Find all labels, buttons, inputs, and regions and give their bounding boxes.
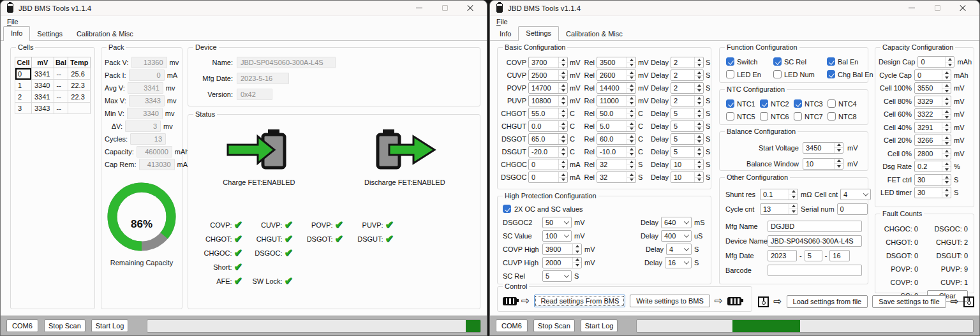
ntc3-checkbox[interactable] <box>794 99 802 108</box>
spin-up-icon[interactable] <box>559 121 567 127</box>
minimize-button[interactable] <box>406 1 432 15</box>
cell-cnt-select[interactable]: 4 <box>840 189 871 200</box>
spin-up-icon[interactable] <box>695 57 703 63</box>
value-input[interactable]: 2500 <box>528 69 568 81</box>
spin-down-icon[interactable] <box>946 62 954 68</box>
spin-down-icon[interactable] <box>695 127 703 132</box>
sc-value-select[interactable]: 100 <box>542 230 572 242</box>
spin-down-icon[interactable] <box>942 167 951 172</box>
led-en-checkbox[interactable] <box>726 70 734 78</box>
cell-mv[interactable]: 3341 <box>31 91 54 103</box>
spin-down-icon[interactable] <box>695 165 703 170</box>
spin-up-icon[interactable] <box>942 122 951 128</box>
delay-input[interactable]: 5 <box>671 108 704 119</box>
cuvp-high-delay-select[interactable]: 16 <box>665 257 692 268</box>
delay-input[interactable]: 5 <box>671 146 704 157</box>
switch-checkbox[interactable] <box>726 57 734 66</box>
release-input[interactable]: -10.0 <box>597 146 636 157</box>
delay-input[interactable]: 2 <box>671 69 704 81</box>
cell-0-input[interactable]: 2800 <box>914 148 951 159</box>
menu-file[interactable]: File <box>493 17 512 26</box>
spin-up-icon[interactable] <box>559 134 567 140</box>
load-settings-button[interactable]: Load settings from file <box>787 295 868 308</box>
cell-id[interactable]: 3 <box>15 103 32 114</box>
covp-high-input[interactable]: 3900 <box>542 244 582 255</box>
spin-up-icon[interactable] <box>559 70 567 76</box>
tab-calibration[interactable]: Calibration & Misc <box>559 27 630 40</box>
spin-up-icon[interactable] <box>627 108 635 114</box>
spin-down-icon[interactable] <box>695 178 703 183</box>
ntc1-checkbox[interactable] <box>726 99 734 108</box>
value-input[interactable]: -20.0 <box>528 146 568 157</box>
balance-window-input[interactable]: 10 <box>803 158 843 170</box>
spin-down-icon[interactable] <box>942 141 951 146</box>
spin-up-icon[interactable] <box>695 134 703 140</box>
ntc2-checkbox[interactable] <box>760 99 768 108</box>
spin-down-icon[interactable] <box>573 249 581 254</box>
cell-id[interactable]: 1 <box>15 80 32 91</box>
spin-up-icon[interactable] <box>695 83 703 89</box>
start-log-button[interactable]: Start Log <box>91 319 129 332</box>
spin-down-icon[interactable] <box>559 127 567 132</box>
spin-up-icon[interactable] <box>559 159 567 165</box>
release-input[interactable]: 14400 <box>597 82 636 94</box>
spin-up-icon[interactable] <box>942 187 951 193</box>
device-name-input[interactable]: JBD-SP04S060-300A-L4S <box>768 235 862 247</box>
spin-down-icon[interactable] <box>559 114 567 119</box>
delay-input[interactable]: 5 <box>671 121 704 132</box>
tab-calibration[interactable]: Calibration & Misc <box>70 27 140 40</box>
cell-id[interactable]: 0 <box>15 68 32 80</box>
spin-up-icon[interactable] <box>695 70 703 76</box>
spin-down-icon[interactable] <box>559 165 567 170</box>
spin-down-icon[interactable] <box>627 178 635 183</box>
spin-up-icon[interactable] <box>946 57 954 62</box>
mfg-name-input[interactable]: DGJBD <box>768 221 862 232</box>
cell-temp[interactable]: 22.3 <box>68 91 91 103</box>
delay-input[interactable]: 10 <box>671 172 704 183</box>
cell-60-input[interactable]: 3322 <box>914 108 951 120</box>
spin-up-icon[interactable] <box>627 57 635 63</box>
delay-input[interactable]: 10 <box>671 159 704 170</box>
barcode-input[interactable] <box>768 265 862 276</box>
cell-mv[interactable]: 3341 <box>31 68 54 80</box>
dsgoc2-delay-select[interactable]: 640 <box>661 217 692 228</box>
spin-down-icon[interactable] <box>559 89 567 94</box>
dsgoc2-select[interactable]: 50 <box>542 217 572 228</box>
design-cap-input[interactable]: 0 <box>917 56 954 68</box>
stop-scan-button[interactable]: Stop Scan <box>533 319 575 332</box>
release-input[interactable]: 50.0 <box>597 108 636 119</box>
minimize-button[interactable] <box>899 1 924 15</box>
cycle-cap-input[interactable]: 0 <box>914 69 951 81</box>
spin-up-icon[interactable] <box>627 70 635 76</box>
com-port-button[interactable]: COM6 <box>496 319 528 332</box>
spin-down-icon[interactable] <box>695 63 703 68</box>
spin-up-icon[interactable] <box>695 108 703 114</box>
sc-rel-select[interactable]: 5 <box>542 270 572 282</box>
spin-down-icon[interactable] <box>559 152 567 157</box>
fet-ctrl-input[interactable]: 30 <box>914 174 951 186</box>
spin-up-icon[interactable] <box>835 159 843 164</box>
spin-up-icon[interactable] <box>559 172 567 178</box>
value-input[interactable]: 0.0 <box>528 121 568 132</box>
spin-down-icon[interactable] <box>835 164 843 169</box>
cell-80-input[interactable]: 3329 <box>914 96 951 107</box>
covp-high-delay-select[interactable]: 4 <box>666 244 692 255</box>
spin-up-icon[interactable] <box>627 96 635 101</box>
spin-down-icon[interactable] <box>627 63 635 68</box>
spin-up-icon[interactable] <box>789 189 798 195</box>
mfg-date-day-input[interactable]: 16 <box>829 250 850 261</box>
delay-input[interactable]: 2 <box>671 82 704 94</box>
ntc8-checkbox[interactable] <box>828 112 836 121</box>
ntc6-checkbox[interactable] <box>760 112 768 121</box>
spin-down-icon[interactable] <box>695 140 703 145</box>
tab-info[interactable]: Info <box>3 26 30 41</box>
chg-bal-en-checkbox[interactable] <box>827 70 835 78</box>
spin-down-icon[interactable] <box>695 76 703 81</box>
value-input[interactable]: 0 <box>528 159 568 170</box>
value-input[interactable]: 0 <box>528 172 568 183</box>
cuvp-high-input[interactable]: 2000 <box>542 257 582 268</box>
spin-up-icon[interactable] <box>573 244 581 250</box>
value-input[interactable]: 55.0 <box>528 108 568 119</box>
bal-en-checkbox[interactable] <box>827 57 835 66</box>
spin-up-icon[interactable] <box>942 109 951 115</box>
